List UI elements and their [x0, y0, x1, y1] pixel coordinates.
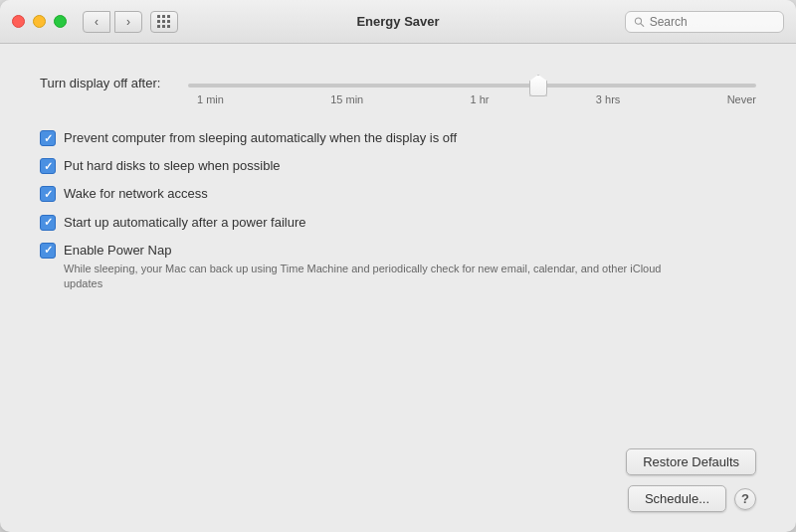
list-item: ✓ Start up automatically after a power f… [40, 214, 756, 232]
power-failure-label: Start up automatically after a power fai… [64, 214, 306, 232]
power-nap-description: While sleeping, your Mac can back up usi… [64, 262, 681, 292]
power-nap-label: Enable Power Nap [64, 242, 171, 260]
bottom-section: Restore Defaults Schedule... ? [40, 448, 756, 512]
checkmark-icon: ✓ [44, 217, 53, 228]
display-sleep-slider[interactable] [188, 84, 756, 88]
checkmark-icon: ✓ [44, 133, 53, 144]
power-failure-checkbox[interactable]: ✓ [40, 215, 56, 231]
wake-network-label: Wake for network access [64, 185, 208, 203]
slider-label: Turn display off after: [40, 76, 160, 90]
grid-button[interactable] [150, 11, 178, 33]
search-box[interactable] [625, 11, 784, 33]
minimize-button[interactable] [33, 15, 46, 28]
schedule-button[interactable]: Schedule... [628, 485, 726, 512]
checkmark-icon: ✓ [44, 245, 53, 256]
forward-icon: › [126, 15, 130, 29]
bottom-row: Schedule... ? [628, 485, 756, 512]
nav-buttons: ‹ › [83, 11, 142, 33]
help-button[interactable]: ? [734, 488, 756, 510]
search-icon [634, 16, 645, 28]
list-item: ✓ Prevent computer from sleeping automat… [40, 129, 756, 147]
power-nap-checkbox[interactable]: ✓ [40, 243, 56, 259]
prevent-sleep-checkbox[interactable]: ✓ [40, 130, 56, 146]
svg-point-0 [635, 17, 641, 23]
prevent-sleep-label: Prevent computer from sleeping automatic… [64, 129, 457, 147]
display-sleep-section: Turn display off after: 1 min 15 min 1 h… [40, 74, 756, 105]
window-title: Energy Saver [356, 14, 439, 29]
hard-disk-sleep-checkbox[interactable]: ✓ [40, 158, 56, 174]
hard-disk-sleep-label: Put hard disks to sleep when possible [64, 157, 281, 175]
traffic-lights [12, 15, 67, 28]
list-item: ✓ Put hard disks to sleep when possible [40, 157, 756, 175]
list-item: ✓ Enable Power Nap While sleeping, your … [40, 242, 756, 292]
back-button[interactable]: ‹ [83, 11, 110, 33]
checkmark-icon: ✓ [44, 189, 53, 200]
svg-line-1 [641, 23, 644, 26]
titlebar: ‹ › Energy Saver [0, 0, 796, 44]
checkmark-icon: ✓ [44, 161, 53, 172]
forward-button[interactable]: › [114, 11, 142, 33]
close-button[interactable] [12, 15, 25, 28]
search-input[interactable] [650, 15, 775, 29]
content-area: Turn display off after: 1 min 15 min 1 h… [0, 44, 796, 532]
wake-network-checkbox[interactable]: ✓ [40, 186, 56, 202]
window: ‹ › Energy Saver Turn d [0, 0, 796, 532]
grid-icon [157, 15, 171, 29]
options-section: ✓ Prevent computer from sleeping automat… [40, 129, 756, 292]
restore-defaults-button[interactable]: Restore Defaults [626, 448, 756, 475]
back-icon: ‹ [95, 15, 99, 29]
maximize-button[interactable] [54, 15, 67, 28]
list-item: ✓ Wake for network access [40, 185, 756, 203]
